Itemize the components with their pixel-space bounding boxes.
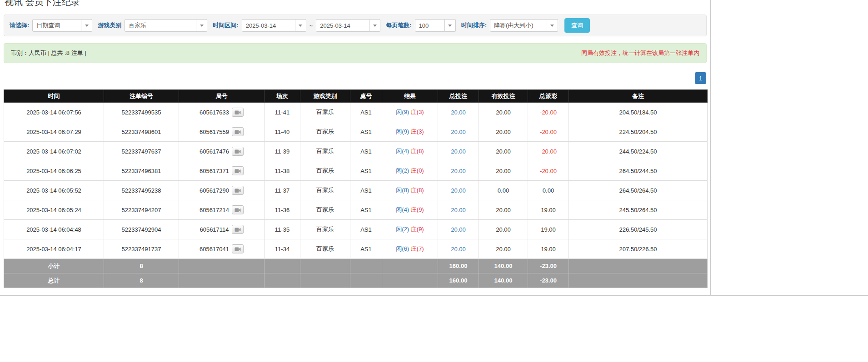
col-header-round-id: 局号 — [179, 90, 264, 103]
col-header-valid-bet: 有效投注 — [479, 90, 528, 103]
round-cell: 605617041 — [179, 239, 264, 259]
total-bet-link[interactable]: 20.00 — [451, 226, 466, 233]
video-replay-icon[interactable] — [232, 225, 244, 234]
sort-order-combobox — [490, 19, 558, 32]
result-banker: 庄(8) — [411, 148, 424, 154]
total-payout: -23.00 — [528, 273, 569, 288]
bet-id: 522337496381 — [104, 161, 179, 181]
bet-records-table: 时间 注单编号 局号 场次 游戏类别 桌号 结果 总投注 有效投注 总派彩 备注… — [4, 89, 708, 288]
total-bet-link[interactable]: 20.00 — [451, 207, 466, 213]
payout: -20.00 — [528, 161, 569, 181]
result-player: 闲(2) — [396, 167, 409, 174]
game-type: 百家乐 — [300, 122, 350, 142]
subtotal-count: 8 — [104, 259, 179, 273]
total-total-bet: 160.00 — [438, 273, 479, 288]
session: 11-41 — [264, 103, 300, 122]
valid-bet: 0.00 — [479, 181, 528, 200]
total-bet-link[interactable]: 20.00 — [451, 109, 466, 116]
game-type: 百家乐 — [300, 200, 350, 220]
table-row: 2025-03-14 06:04:17522337491737605617041… — [4, 239, 708, 259]
valid-bet-notice: 同局有效投注，统一计算在该局第一张注单内 — [581, 49, 699, 57]
total-bet-link[interactable]: 20.00 — [451, 246, 466, 253]
bet-id: 522337495238 — [104, 181, 179, 200]
round-id: 605617371 — [200, 168, 229, 174]
query-type-label: 请选择: — [10, 21, 29, 30]
result-player: 闲(2) — [396, 226, 409, 233]
table-row: 2025-03-14 06:07:29522337498601605617559… — [4, 122, 708, 142]
game-type: 百家乐 — [300, 142, 350, 161]
result-player: 闲(4) — [396, 206, 409, 213]
total-bet-cell: 20.00 — [438, 142, 479, 161]
caret-down-icon[interactable] — [196, 19, 207, 32]
page-size-combobox — [415, 19, 456, 32]
page-size-label: 每页笔数: — [386, 21, 411, 30]
total-bet-link[interactable]: 20.00 — [451, 148, 466, 155]
subtotal-total-bet: 160.00 — [438, 259, 479, 273]
page-button-1[interactable]: 1 — [695, 72, 706, 84]
bet-time: 2025-03-14 06:05:52 — [4, 181, 104, 200]
bet-id: 522337498601 — [104, 122, 179, 142]
caret-down-icon[interactable] — [81, 19, 92, 32]
total-bet-link[interactable]: 20.00 — [451, 129, 466, 135]
payout: 19.00 — [528, 239, 569, 259]
total-count: 8 — [104, 273, 179, 288]
total-row: 总计 8 160.00 140.00 -23.00 — [4, 273, 708, 288]
date-from-input[interactable] — [242, 19, 295, 32]
page-size-input[interactable] — [415, 19, 445, 32]
game-type: 百家乐 — [300, 161, 350, 181]
total-bet-cell: 20.00 — [438, 200, 479, 220]
session: 11-40 — [264, 122, 300, 142]
video-replay-icon[interactable] — [232, 166, 244, 175]
query-type-input[interactable] — [32, 19, 81, 32]
video-replay-icon[interactable] — [232, 108, 244, 117]
video-replay-icon[interactable] — [232, 127, 244, 136]
table-header-row: 时间 注单编号 局号 场次 游戏类别 桌号 结果 总投注 有效投注 总派彩 备注 — [4, 90, 708, 103]
session: 11-35 — [264, 220, 300, 239]
result-cell: 闲(9) 庄(3) — [382, 103, 438, 122]
date-range-label: 时间区间: — [213, 21, 238, 30]
video-replay-icon[interactable] — [232, 205, 244, 214]
round-id: 605617214 — [200, 207, 229, 213]
result-banker: 庄(7) — [411, 245, 424, 252]
remark: 244.50/224.50 — [569, 142, 708, 161]
result-cell: 闲(4) 庄(9) — [382, 200, 438, 220]
game-type: 百家乐 — [300, 220, 350, 239]
video-replay-icon[interactable] — [232, 186, 244, 195]
total-bet-cell: 20.00 — [438, 122, 479, 142]
search-button[interactable]: 查询 — [564, 18, 590, 33]
caret-down-icon[interactable] — [445, 19, 456, 32]
result-player: 闲(6) — [396, 245, 409, 252]
date-to-input[interactable] — [316, 19, 369, 32]
caret-down-icon — [448, 25, 452, 27]
sort-order-input[interactable] — [490, 19, 547, 32]
result-cell: 闲(4) 庄(8) — [382, 142, 438, 161]
remark: 245.50/264.50 — [569, 200, 708, 220]
bet-id: 522337497637 — [104, 142, 179, 161]
caret-down-icon[interactable] — [295, 19, 306, 32]
bet-time: 2025-03-14 06:07:02 — [4, 142, 104, 161]
result-banker: 庄(0) — [411, 167, 424, 174]
round-cell: 605617559 — [179, 122, 264, 142]
payout: -20.00 — [528, 142, 569, 161]
col-header-game-type: 游戏类别 — [300, 90, 350, 103]
subtotal-label: 小计 — [4, 259, 104, 273]
total-bet-link[interactable]: 20.00 — [451, 168, 466, 174]
col-header-payout: 总派彩 — [528, 90, 569, 103]
video-replay-icon[interactable] — [232, 244, 244, 253]
session: 11-36 — [264, 200, 300, 220]
caret-down-icon — [373, 25, 377, 27]
frame-bottom-border — [0, 295, 868, 296]
video-replay-icon[interactable] — [232, 147, 244, 156]
subtotal-payout: -23.00 — [528, 259, 569, 273]
session: 11-39 — [264, 142, 300, 161]
caret-down-icon[interactable] — [547, 19, 558, 32]
game-type-input[interactable] — [125, 19, 196, 32]
bet-time: 2025-03-14 06:04:17 — [4, 239, 104, 259]
remark: 204.50/184.50 — [569, 103, 708, 122]
total-bet-link[interactable]: 20.00 — [451, 187, 466, 194]
valid-bet: 20.00 — [479, 200, 528, 220]
caret-down-icon[interactable] — [369, 19, 380, 32]
bet-time: 2025-03-14 06:05:24 — [4, 200, 104, 220]
session: 11-38 — [264, 161, 300, 181]
caret-down-icon — [85, 25, 89, 27]
